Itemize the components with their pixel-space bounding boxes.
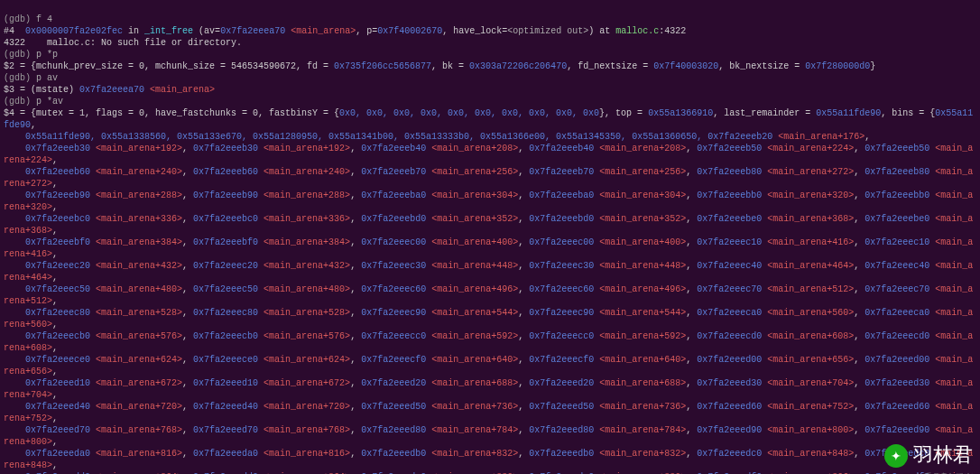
gdb-prompt: (gdb) bbox=[4, 97, 31, 107]
frame-line: #4 0x0000007fa2e02fec in _int_free (av=0… bbox=[4, 26, 686, 36]
gdb-terminal[interactable]: (gdb) f 4 #4 0x0000007fa2e02fec in _int_… bbox=[0, 0, 980, 474]
var3-line: $3 = (mstate) 0x7fa2eeea70 <main_arena> bbox=[4, 85, 215, 95]
watermark: ✦ 羽林君 bbox=[884, 442, 973, 469]
arena-bins-dump: 0x7fa2eeeb30 <main_arena+192>, 0x7fa2eee… bbox=[4, 144, 973, 474]
gdb-prompt: (gdb) bbox=[4, 73, 31, 83]
gdb-prompt: (gdb) bbox=[4, 14, 31, 24]
cmd-frame: f 4 bbox=[36, 14, 52, 24]
cmd-print-p: p *p bbox=[36, 50, 58, 60]
wechat-icon: ✦ bbox=[884, 444, 908, 468]
error-line: 4322 malloc.c: No such file or directory… bbox=[4, 38, 242, 48]
cmd-print-av: p av bbox=[36, 73, 58, 83]
cmd-print-star-av: p *av bbox=[36, 97, 63, 107]
gdb-prompt: (gdb) bbox=[4, 50, 31, 60]
var2-line: $2 = {mchunk_prev_size = 0, mchunk_size … bbox=[4, 61, 875, 71]
var4-line: $4 = {mutex = 1, flags = 0, have_fastchu… bbox=[4, 108, 973, 474]
